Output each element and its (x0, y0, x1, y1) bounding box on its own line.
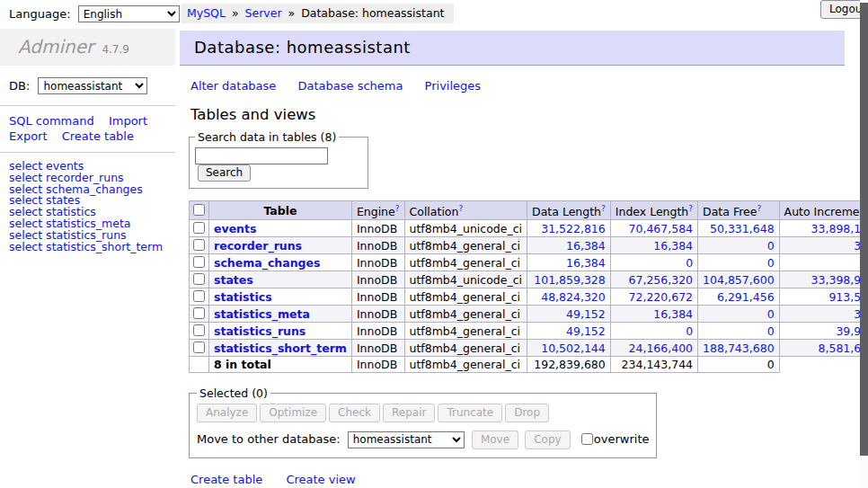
index-length-link[interactable]: 16,384 (653, 307, 693, 321)
row-checkbox[interactable] (193, 324, 205, 336)
privileges-link[interactable]: Privileges (425, 79, 482, 93)
data-free-link[interactable]: 0 (767, 307, 775, 321)
create-view-link[interactable]: Create view (286, 473, 355, 486)
breadcrumb-separator: » (232, 6, 239, 20)
table-name-link[interactable]: schema_changes (214, 256, 320, 270)
search-input[interactable] (195, 147, 328, 164)
help-link[interactable]: ? (458, 204, 463, 213)
row-checkbox[interactable] (193, 239, 205, 251)
sidebar-item-create-table[interactable]: Create table (62, 129, 134, 143)
table-name-link[interactable]: recorder_runs (214, 239, 302, 253)
check-button[interactable]: Check (329, 404, 380, 422)
sidebar-actions: SQL command Import Export Create table (0, 106, 175, 153)
main-content: MySQL » Server » Database: homeassistant… (180, 0, 845, 488)
table-name-link[interactable]: events (214, 222, 256, 235)
move-label: Move to other database: (197, 432, 341, 446)
auto-increment-cell: 6 (779, 254, 868, 271)
data-length-link[interactable]: 49,152 (566, 324, 606, 338)
scrollbar-thumb[interactable] (860, 3, 868, 456)
truncate-button[interactable]: Truncate (438, 404, 502, 422)
table-name-link[interactable]: statistics (214, 290, 272, 304)
sidebar-item-export[interactable]: Export (9, 129, 48, 143)
engine-cell: InnoDB (351, 237, 404, 254)
data-length-link[interactable]: 10,502,144 (541, 342, 606, 355)
data-free-link[interactable]: 50,331,648 (710, 222, 775, 235)
overwrite-wrap: overwrite (580, 432, 650, 446)
total-ghost-cell (779, 357, 868, 373)
column-header-table: Table (209, 201, 352, 220)
data-length-link[interactable]: 101,859,328 (534, 273, 606, 287)
create-table-link[interactable]: Create table (190, 473, 262, 486)
db-selector-row: DB: homeassistant (0, 66, 175, 106)
index-length-link[interactable]: 72,220,672 (629, 290, 694, 304)
column-header-data-length: Data Length? (527, 201, 611, 220)
table-name-link[interactable]: states (214, 273, 253, 287)
row-checkbox[interactable] (193, 222, 205, 234)
optimize-button[interactable]: Optimize (260, 404, 326, 422)
table-row: statistics_runsInnoDButf8mb4_general_ci4… (190, 323, 868, 340)
tables-list: TableEngine?Collation?Data Length?Index … (189, 200, 868, 373)
analyze-button[interactable]: Analyze (197, 404, 257, 422)
data-free-link[interactable]: 0 (767, 239, 775, 253)
data-free-cell: 50,331,648 (698, 220, 780, 237)
row-checkbox[interactable] (193, 273, 205, 285)
search-button[interactable]: Search (198, 164, 251, 182)
select-all-checkbox[interactable] (193, 204, 205, 216)
overwrite-checkbox[interactable] (581, 433, 593, 445)
table-name-cell: statistics_meta (209, 306, 352, 323)
index-length-link[interactable]: 0 (686, 256, 693, 270)
data-length-link[interactable]: 16,384 (566, 256, 606, 270)
data-free-link[interactable]: 104,857,600 (703, 273, 775, 287)
copy-button[interactable]: Copy (525, 430, 570, 449)
sidebar-item-select-statistics_short_term[interactable]: select statistics_short_term (9, 242, 175, 253)
index-length-link[interactable]: 67,256,320 (629, 273, 694, 287)
data-free-link[interactable]: 6,291,456 (717, 290, 775, 304)
data-length-link[interactable]: 31,522,816 (541, 222, 606, 235)
data-free-link[interactable]: 0 (767, 324, 775, 338)
column-header-label: Engine (357, 205, 395, 218)
app-brand: Adminer 4.7.9 (0, 29, 175, 66)
move-db-select[interactable]: homeassistant (348, 431, 465, 448)
data-free-link[interactable]: 0 (767, 256, 775, 270)
data-length-link[interactable]: 48,824,320 (541, 290, 606, 304)
index-length-link[interactable]: 16,384 (653, 239, 693, 253)
help-link[interactable]: ? (688, 204, 693, 213)
database-schema-link[interactable]: Database schema (298, 79, 403, 93)
table-name-cell: statistics_runs (209, 323, 352, 340)
breadcrumb-server-type[interactable]: MySQL (187, 6, 226, 20)
db-select[interactable]: homeassistant (38, 77, 147, 94)
selected-buttons: AnalyzeOptimizeCheckRepairTruncateDrop (197, 404, 649, 422)
move-row: Move to other database: homeassistant Mo… (197, 430, 649, 449)
sidebar-item-sql-command[interactable]: SQL command (9, 114, 94, 128)
language-select[interactable]: English (78, 5, 180, 22)
drop-button[interactable]: Drop (505, 404, 549, 422)
topbar: MySQL » Server » Database: homeassistant… (182, 4, 845, 22)
table-name-link[interactable]: statistics_runs (214, 324, 306, 338)
move-button[interactable]: Move (472, 430, 518, 449)
data-length-cell: 49,152 (527, 306, 611, 323)
row-checkbox[interactable] (193, 256, 205, 268)
table-row: recorder_runsInnoDButf8mb4_general_ci16,… (190, 237, 868, 254)
breadcrumb-server[interactable]: Server (245, 6, 282, 20)
alter-database-link[interactable]: Alter database (190, 79, 276, 93)
table-name-link[interactable]: statistics_meta (214, 307, 310, 321)
table-name-link[interactable]: statistics_short_term (214, 342, 347, 355)
data-length-link[interactable]: 49,152 (566, 307, 606, 321)
sidebar-item-import[interactable]: Import (109, 114, 147, 128)
help-link[interactable]: ? (601, 204, 606, 213)
row-checkbox[interactable] (193, 290, 205, 302)
index-length-link[interactable]: 0 (686, 324, 693, 338)
column-header-label: Data Length (532, 205, 601, 218)
row-checkbox[interactable] (193, 342, 205, 353)
index-length-link[interactable]: 24,166,400 (629, 342, 694, 355)
row-checkbox[interactable] (193, 307, 205, 319)
app-title[interactable]: Adminer (18, 36, 93, 58)
help-link[interactable]: ? (757, 204, 761, 213)
app-version[interactable]: 4.7.9 (102, 43, 129, 56)
help-link[interactable]: ? (395, 204, 400, 213)
data-length-link[interactable]: 16,384 (566, 239, 606, 253)
repair-button[interactable]: Repair (383, 404, 435, 422)
vertical-scrollbar[interactable] (860, 0, 868, 488)
index-length-link[interactable]: 70,467,584 (629, 222, 694, 235)
data-free-link[interactable]: 188,743,680 (703, 342, 775, 355)
